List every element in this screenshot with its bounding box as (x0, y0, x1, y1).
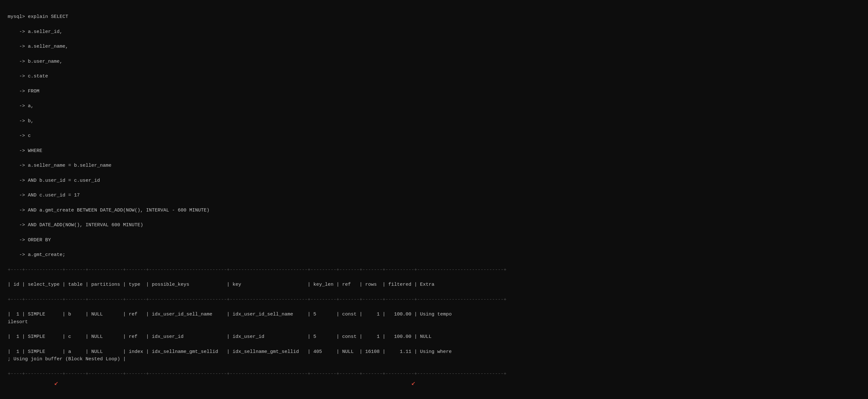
query-line-8: -> c (8, 133, 31, 138)
query-line-10: -> a.seller_name = b.seller_name (8, 163, 112, 168)
table-header-row: | id | select_type | table | partitions … (8, 282, 434, 287)
query-line-15: -> ORDER BY (8, 237, 51, 243)
query-line-13: -> AND a.gmt_create BETWEEN DATE_ADD(NOW… (8, 208, 210, 213)
query-line-1: -> a.seller_id, (8, 29, 62, 35)
data-row-3: | 1 | SIMPLE | a | NULL | index | idx_se… (8, 349, 452, 362)
query-line-3: -> b.user_name, (8, 59, 62, 64)
query-line-16: -> a.gmt_create; (8, 252, 65, 258)
separator-bottom: +----+-------------+-------+------------… (8, 371, 506, 376)
arrow-down-left-icon: ↙ (54, 378, 58, 389)
footer-row: 3 rows in set, 2 warnings (0.00 sec) (8, 397, 860, 399)
data-row-1: | 1 | SIMPLE | b | NULL | ref | idx_user… (8, 312, 452, 317)
query-line-11: -> AND b.user_id = c.user_id (8, 178, 100, 184)
separator-top: +----+-------------+-------+------------… (8, 267, 506, 273)
arrow-down-right-icon: ↙ (411, 378, 415, 389)
query-line-14: -> AND DATE_ADD(NOW(), INTERVAL 600 MINU… (8, 222, 143, 228)
terminal-output: mysql> explain SELECT -> a.seller_id, ->… (8, 6, 860, 378)
query-line-7: -> b, (8, 119, 34, 124)
separator-mid: +----+-------------+-------+------------… (8, 297, 506, 302)
query-line-12: -> AND c.user_id = 17 (8, 193, 80, 198)
arrow-row: ↙ ↙ (8, 378, 860, 397)
query-line-4: -> c.state (8, 74, 48, 79)
mysql-prompt: mysql> explain SELECT (8, 14, 68, 20)
query-line-6: -> a, (8, 103, 34, 109)
data-row-1-cont: ilesort (8, 319, 28, 325)
query-line-9: -> WHERE (8, 148, 42, 154)
query-line-2: -> a.seller_name, (8, 44, 68, 49)
data-row-2: | 1 | SIMPLE | c | NULL | ref | idx_user… (8, 334, 431, 339)
query-line-5: -> FROM (8, 89, 39, 94)
